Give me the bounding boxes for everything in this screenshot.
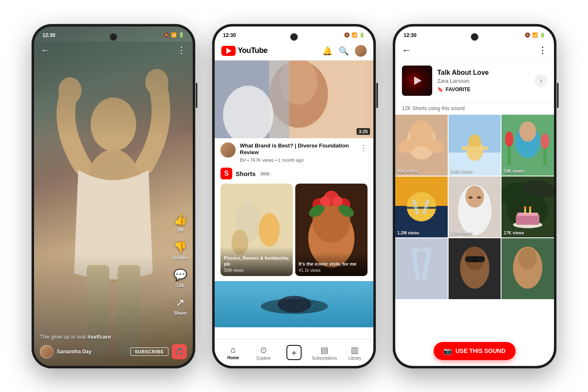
music-button[interactable]: 🎵 — [172, 344, 187, 359]
grid-views-6: 17K views — [504, 231, 524, 235]
share-icon: ↗ — [176, 296, 185, 309]
yt-logo-icon — [221, 46, 236, 56]
status-bar-2: 12:30 🔕 📶 🔋 — [215, 26, 373, 42]
short-item-2[interactable]: It's the iconic style, for me 41.1k view… — [295, 184, 368, 276]
grid-views-3: 59K views — [504, 169, 524, 174]
video-sub: BV • 767K views • 1 month ago — [240, 158, 356, 163]
add-button[interactable]: ＋ — [286, 345, 302, 360]
youtube-header: YouTube 🔔 🔍 — [215, 42, 373, 61]
like-count: 2M — [177, 227, 184, 232]
home-icon: ⌂ — [231, 345, 236, 355]
shorts-title: Shorts — [236, 170, 256, 177]
subscriptions-icon: ▤ — [320, 345, 328, 355]
bookmark-icon: 🔖 — [437, 87, 444, 92]
sound-hero: Talk About Love Zara Larsson 🔖 FAVORITE … — [395, 60, 554, 102]
short-label-1: Picnics, flowers & kombucha, plz — [224, 255, 289, 267]
status-icons-3: 🔕 📶 🔋 — [525, 32, 546, 38]
short-label-2: It's the iconic style, for me — [299, 261, 364, 267]
nav-subscriptions[interactable]: ▤ Subscriptions — [309, 345, 339, 360]
svg-point-15 — [259, 213, 280, 247]
dislike-label: Dislike — [173, 255, 188, 260]
svg-rect-66 — [517, 213, 538, 216]
person-figure — [34, 42, 193, 366]
video-more-button[interactable]: ⋮ — [360, 142, 368, 163]
nav-library[interactable]: ▥ Library — [340, 345, 370, 360]
svg-point-74 — [411, 247, 421, 253]
bottom-video-thumb[interactable] — [215, 281, 373, 327]
phone-3-sound: 12:30 🔕 📶 🔋 ← ⋮ Talk About Love Zara Lar… — [393, 24, 556, 368]
grid-item-2[interactable]: 1.4M views — [449, 115, 501, 176]
status-bar-1: 12:30 🔕 📶 🔋 — [34, 26, 193, 42]
dislike-action[interactable]: 👎 Dislike — [173, 241, 188, 260]
svg-rect-71 — [395, 238, 448, 299]
next-sound-button[interactable]: › — [535, 74, 547, 87]
grid-item-1[interactable]: 96K views — [395, 115, 448, 176]
play-triangle — [226, 48, 231, 54]
status-icons-2: 🔕 📶 🔋 — [344, 32, 365, 38]
camera-icon: 📷 — [444, 347, 452, 355]
sound-title: Talk About Love — [437, 69, 530, 76]
grid-item-8[interactable] — [449, 238, 501, 299]
svg-point-48 — [541, 134, 549, 149]
more-button-1[interactable]: ⋮ — [177, 45, 186, 56]
short-item-1[interactable]: Picnics, flowers & kombucha, plz 50M vie… — [220, 184, 293, 276]
nav-library-label: Library — [349, 356, 362, 360]
nav-home[interactable]: ⌂ Home — [218, 345, 248, 360]
share-action[interactable]: ↗ Share — [174, 296, 187, 316]
svg-rect-67 — [525, 208, 526, 214]
back-button-1[interactable]: ← — [41, 45, 50, 56]
grid-item-9[interactable] — [501, 238, 554, 299]
grid-item-5[interactable]: 1.1M views — [449, 176, 501, 237]
header-icons: 🔔 🔍 — [322, 45, 367, 57]
sound-artist: Zara Larsson — [437, 78, 530, 84]
user-avatar-2[interactable] — [355, 45, 367, 57]
svg-point-46 — [505, 132, 514, 147]
comment-icon: 💬 — [173, 268, 187, 282]
grid-item-3[interactable]: 59K views — [501, 115, 554, 176]
back-button-3[interactable]: ← — [402, 45, 411, 56]
svg-point-85 — [519, 247, 537, 269]
bell-icon[interactable]: 🔔 — [322, 46, 333, 56]
shorts-header: S Shorts beta — [220, 168, 368, 179]
share-label: Share — [174, 310, 187, 316]
grid-views-2: 1.4M views — [451, 169, 472, 174]
dislike-icon: 👎 — [173, 241, 187, 254]
shorts-count: 12K Shorts using this sound — [395, 102, 554, 115]
like-icon: 👍 — [173, 213, 187, 226]
more-button-3[interactable]: ⋮ — [538, 45, 547, 56]
grid-item-7[interactable] — [395, 238, 448, 299]
svg-rect-81 — [475, 257, 484, 262]
svg-rect-52 — [395, 207, 448, 209]
svg-point-30 — [278, 296, 311, 313]
video-meta: What Brand is Best? | Diverse Foundation… — [240, 142, 356, 163]
short-overlay-1: Picnics, flowers & kombucha, plz 50M vie… — [220, 247, 293, 276]
nav-add[interactable]: ＋ — [279, 345, 309, 360]
subscribe-button[interactable]: SUBSCRIBE — [130, 347, 168, 356]
grid-item-4[interactable]: 1.2M views — [395, 176, 448, 237]
grid-item-6[interactable]: 17K views — [501, 176, 554, 237]
video-info: What Brand is Best? | Diverse Foundation… — [215, 138, 373, 163]
video-card[interactable]: 3:25 What Brand is Best? | Diverse Found… — [215, 61, 373, 168]
svg-point-57 — [465, 186, 484, 208]
sound-thumbnail — [402, 66, 432, 96]
grid-views-5: 1.1M views — [451, 231, 472, 235]
grid-views-1: 96K views — [397, 169, 417, 174]
time-2: 12:30 — [223, 32, 236, 38]
comment-action[interactable]: 💬 12k — [173, 268, 187, 288]
user-avatar-1 — [40, 345, 53, 358]
like-action[interactable]: 👍 2M — [173, 213, 187, 232]
shorts-beta-badge: beta — [259, 171, 271, 176]
phone-2-home: 12:30 🔕 📶 🔋 YouTube 🔔 🔍 — [212, 24, 376, 368]
shorts-logo: S — [220, 168, 232, 179]
favorite-button[interactable]: 🔖 FAVORITE — [437, 87, 530, 92]
nav-explore[interactable]: ⊙ Explore — [248, 345, 278, 360]
status-bar-3: 12:30 🔕 📶 🔋 — [395, 26, 554, 42]
nav-explore-label: Explore — [257, 356, 271, 360]
svg-point-44 — [520, 121, 536, 142]
use-this-sound-button[interactable]: 📷 USE THIS SOUND — [433, 342, 515, 360]
short-overlay-2: It's the iconic style, for me 41.1k view… — [295, 253, 368, 276]
search-icon[interactable]: 🔍 — [339, 46, 349, 56]
youtube-logo: YouTube — [221, 46, 268, 56]
svg-rect-68 — [530, 208, 531, 214]
time-3: 12:30 — [404, 32, 417, 38]
